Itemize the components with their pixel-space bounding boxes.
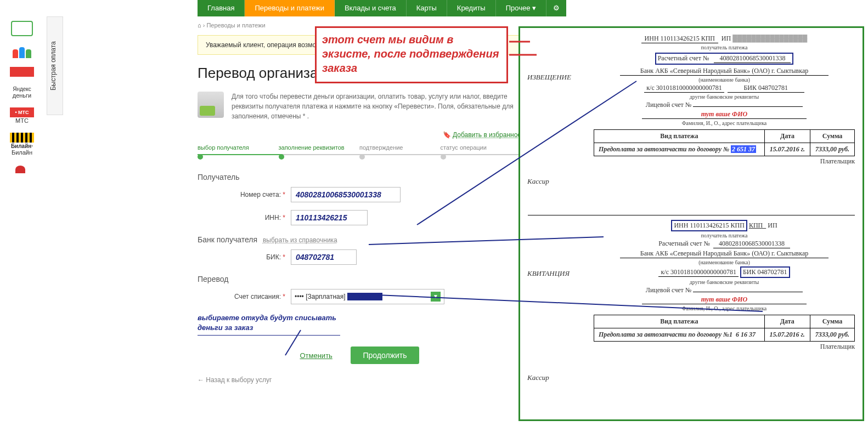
bookmark-icon: 🔖 [443,131,451,139]
sidebar-item-phone[interactable] [0,16,44,41]
notice-label: ИЗВЕЩЕНИЕ [527,73,571,82]
payment-table-1: Вид платежаДатаСумма Предоплата за автоз… [594,129,855,156]
nav-other[interactable]: Прочее ▾ [496,0,546,16]
sidebar-item-beeline[interactable]: Билайн·Билайн [0,128,44,160]
section-transfer: Перевод [198,275,521,283]
quick-pay-tab[interactable]: Быстрая оплата [47,16,63,115]
mts-label: МТС [15,117,29,124]
steps: выбор получателя заполнение реквизитов п… [198,144,521,160]
sidebar-item-red[interactable] [0,63,44,81]
breadcrumb-home[interactable]: ⌂ [198,22,201,29]
chevron-down-icon: ▾ [532,4,536,12]
section-recipient: Получатель [198,173,521,181]
sidebar-item-yandex[interactable]: Яндексденьги [0,81,44,103]
receipt-label: КВИТАНЦИЯ [527,269,570,278]
step-recipient: выбор получателя [198,144,279,160]
dictionary-link[interactable]: выбрать из справочника [263,236,337,244]
nav-cards[interactable]: Карты [407,0,447,16]
cashier-label-2: Кассир [527,373,549,382]
flower-icon [10,164,34,180]
intro-text: Для того чтобы перевести деньги организа… [232,92,521,121]
nav-deposits[interactable]: Вклады и счета [335,0,407,16]
continue-button[interactable]: Продолжить [351,347,419,364]
debit-account-select[interactable]: •••• [Зарплатная] xxxx ▼ [291,289,444,304]
breadcrumb-transfers[interactable]: Переводы и платежи [206,22,265,29]
fio-placeholder-2: тут ваше ФИО [642,296,807,304]
nav-credits[interactable]: Кредиты [447,0,496,16]
beeline-badge-icon [10,133,34,143]
beeline-label: Билайн [12,149,32,156]
inn-input[interactable] [291,210,368,225]
inn-highlight: ИНН 110113426215 КПП [671,220,747,231]
mts-badge-icon: • МТС [10,107,34,117]
step-details: заполнение реквизитов [279,144,360,160]
account-highlight: Расчетный счет № 40802810068530001338 [655,53,794,65]
nav-main[interactable]: Главная [198,0,245,16]
red-badge-icon [10,67,34,77]
account-input[interactable] [291,187,401,202]
topnav: Главная Переводы и платежи Вклады и счет… [198,0,566,16]
people-icon [10,45,34,58]
sidebar-left: Яндексденьги • МТСМТС Билайн·Билайн [0,16,44,184]
bik-label: БИК: * [198,253,291,261]
chevron-down-icon: ▼ [431,292,441,302]
phone-icon [11,21,33,36]
help-note-debit: выбираете откуда будут списывать деньги … [198,313,340,336]
inn-label: ИНН: * [198,214,291,221]
bik-input[interactable] [291,249,357,265]
inn-line: ИНН 110113426215 КПП [641,35,718,43]
payment-table-2: Вид платежаДатаСумма Предоплата за автоз… [594,315,855,342]
beeline-badge-label: Билайн· [11,143,33,149]
fio-placeholder: тут ваше ФИО [642,110,807,119]
section-recipient-bank: Банк получателя выбрать из справочника [198,235,521,244]
cashier-label: Кассир [527,177,549,186]
annotation-account: этот счет мы видим в экзисте, после подт… [315,26,508,83]
sidebar-item-mts[interactable]: • МТСМТС [0,103,44,128]
gear-icon[interactable]: ⚙ [546,0,566,16]
debit-account-label: Счет списания: * [198,293,291,300]
account-label: Номер счета: * [198,191,291,198]
step-confirm: подтверждение [359,144,441,160]
sidebar-item-memory[interactable] [0,160,44,184]
building-card-icon [198,92,224,118]
sidebar-item-people[interactable] [0,41,44,63]
nav-transfers[interactable]: Переводы и платежи [245,0,335,16]
cancel-link[interactable]: Отменить [300,351,332,360]
receipt-panel: ИЗВЕЩЕНИЕ Кассир ИНН 110113426215 КПП ИП… [518,26,864,421]
step-status: статус операции [441,144,522,160]
yandex-label: деньги [13,92,32,99]
bik-highlight: БИК 048702781 [740,266,790,278]
back-link[interactable]: ← Назад к выбору услуг [198,376,521,384]
add-favorite-link[interactable]: Добавить в избранное [453,131,521,139]
